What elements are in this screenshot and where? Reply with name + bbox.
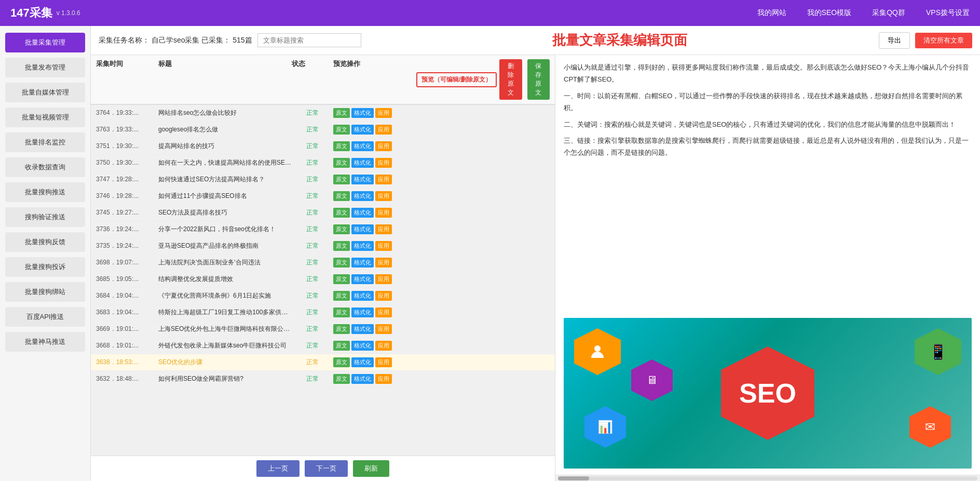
btn-ying-1[interactable]: 应用 (375, 125, 392, 135)
search-input[interactable] (257, 33, 361, 47)
btn-ge-10[interactable]: 格式化 (351, 274, 374, 284)
btn-yuan-3[interactable]: 原文 (333, 158, 350, 168)
cell-ops: 原文 格式化 应用 (333, 158, 416, 168)
cell-ops: 原文 格式化 应用 (333, 291, 416, 301)
btn-ying-6[interactable]: 应用 (375, 208, 392, 218)
btn-ying-15[interactable]: 应用 (375, 357, 392, 367)
cell-time: 3668．19:01:... (96, 341, 158, 350)
btn-yuan-11[interactable]: 原文 (333, 291, 350, 301)
btn-ge-9[interactable]: 格式化 (351, 258, 374, 268)
btn-ge-14[interactable]: 格式化 (351, 341, 374, 351)
cell-status: 正常 (292, 125, 333, 134)
sidebar-item-record-query[interactable]: 收录数据查询 (5, 157, 85, 177)
btn-ying-14[interactable]: 应用 (375, 341, 392, 351)
nav-vps-setting[interactable]: VPS拨号设置 (926, 8, 970, 18)
btn-yuan-1[interactable]: 原文 (333, 125, 350, 135)
cell-title: googleseo排名怎么做 (158, 125, 292, 134)
btn-ge-5[interactable]: 格式化 (351, 191, 374, 201)
btn-ge-7[interactable]: 格式化 (351, 224, 374, 234)
btn-ying-11[interactable]: 应用 (375, 291, 392, 301)
btn-ge-4[interactable]: 格式化 (351, 175, 374, 184)
btn-yuan-5[interactable]: 原文 (333, 191, 350, 201)
col-header-status: 状态 (292, 59, 333, 100)
export-button[interactable]: 导出 (879, 32, 910, 49)
btn-ying-3[interactable]: 应用 (375, 158, 392, 168)
btn-ge-13[interactable]: 格式化 (351, 324, 374, 334)
btn-ying-9[interactable]: 应用 (375, 258, 392, 268)
btn-yuan-6[interactable]: 原文 (333, 208, 350, 218)
btn-yuan-9[interactable]: 原文 (333, 258, 350, 268)
btn-yuan-15[interactable]: 原文 (333, 357, 350, 367)
cell-ops: 原文 格式化 应用 (333, 208, 416, 218)
sidebar-item-baidu-api[interactable]: 百度API推送 (5, 307, 85, 327)
btn-ge-2[interactable]: 格式化 (351, 141, 374, 151)
btn-ge-16[interactable]: 格式化 (351, 374, 374, 384)
btn-ge-15[interactable]: 格式化 (351, 357, 374, 367)
btn-ge-3[interactable]: 格式化 (351, 158, 374, 168)
preview-header-cell[interactable]: 预览（可编辑/删除原文） (416, 72, 497, 87)
cell-ops: 原文 格式化 应用 (333, 224, 416, 234)
btn-yuan-13[interactable]: 原文 (333, 324, 350, 334)
sidebar-item-sogou-push[interactable]: 批量搜狗推送 (5, 182, 85, 202)
btn-yuan-2[interactable]: 原文 (333, 141, 350, 151)
sidebar-item-batch-media[interactable]: 批量自媒体管理 (5, 83, 85, 102)
cell-ops: 原文 格式化 应用 (333, 125, 416, 135)
btn-yuan-0[interactable]: 原文 (333, 108, 350, 118)
table-row: 3764．19:33:... 网站排名seo怎么做会比较好 正常 原文 格式化 … (91, 105, 555, 122)
btn-ying-16[interactable]: 应用 (375, 374, 392, 384)
btn-ying-2[interactable]: 应用 (375, 141, 392, 151)
task-label: 采集任务名称： 自己学seo采集 已采集： 515篇 (99, 36, 252, 45)
sidebar-item-batch-rank[interactable]: 批量排名监控 (5, 132, 85, 152)
cell-ops: 原文 格式化 应用 (333, 357, 416, 367)
btn-yuan-14[interactable]: 原文 (333, 341, 350, 351)
btn-ge-8[interactable]: 格式化 (351, 241, 374, 251)
btn-ying-8[interactable]: 应用 (375, 241, 392, 251)
cell-ops: 原文 格式化 应用 (333, 274, 416, 284)
sidebar-item-batch-collect[interactable]: 批量采集管理 (5, 33, 85, 52)
btn-ying-12[interactable]: 应用 (375, 308, 392, 317)
btn-yuan-7[interactable]: 原文 (333, 224, 350, 234)
sidebar-item-sogou-bind[interactable]: 批量搜狗绑站 (5, 282, 85, 302)
btn-ying-5[interactable]: 应用 (375, 191, 392, 201)
sidebar-item-batch-publish[interactable]: 批量发布管理 (5, 58, 85, 77)
cell-ops: 原文 格式化 应用 (333, 374, 416, 384)
btn-ying-7[interactable]: 应用 (375, 224, 392, 234)
sidebar-item-sogou-feedback[interactable]: 批量搜狗反馈 (5, 232, 85, 252)
btn-ying-10[interactable]: 应用 (375, 274, 392, 284)
save-original-button[interactable]: 保存原文 (527, 59, 550, 100)
sidebar-item-batch-video[interactable]: 批量短视频管理 (5, 108, 85, 127)
btn-ying-0[interactable]: 应用 (375, 108, 392, 118)
btn-yuan-10[interactable]: 原文 (333, 274, 350, 284)
btn-yuan-16[interactable]: 原文 (333, 374, 350, 384)
next-page-button[interactable]: 下一页 (305, 460, 348, 477)
btn-yuan-8[interactable]: 原文 (333, 241, 350, 251)
table-header: 采集时间 标题 状态 预览操作 预览（可编辑/删除原文） 删除原文 保存原文 (91, 55, 555, 105)
btn-ge-0[interactable]: 格式化 (351, 108, 374, 118)
nav-seo-template[interactable]: 我的SEO模版 (807, 8, 852, 18)
btn-ge-6[interactable]: 格式化 (351, 208, 374, 218)
btn-ying-4[interactable]: 应用 (375, 175, 392, 184)
btn-ge-12[interactable]: 格式化 (351, 308, 374, 317)
prev-page-button[interactable]: 上一页 (256, 460, 300, 477)
sidebar-item-sogou-verify[interactable]: 搜狗验证推送 (5, 207, 85, 227)
btn-ying-13[interactable]: 应用 (375, 324, 392, 334)
preview-paragraph: 二、关键词：搜索的核心就是关键词，关键词也是SEO的核心，只有通过关键词的优化，… (564, 118, 972, 130)
btn-yuan-4[interactable]: 原文 (333, 175, 350, 184)
nav-qq-group[interactable]: 采集QQ群 (872, 8, 905, 18)
cell-time: 3751．19:30:... (96, 142, 158, 151)
clear-all-button[interactable]: 清空所有文章 (915, 33, 972, 48)
sidebar-item-shenma-push[interactable]: 批量神马推送 (5, 332, 85, 352)
btn-yuan-12[interactable]: 原文 (333, 308, 350, 317)
table-row: 3638．18:53:... SEO优化的步骤 正常 原文 格式化 应用 (91, 354, 555, 371)
cell-ops: 原文 格式化 应用 (333, 175, 416, 184)
nav-my-website[interactable]: 我的网站 (757, 8, 786, 18)
delete-original-button[interactable]: 删除原文 (499, 59, 522, 100)
btn-ge-11[interactable]: 格式化 (351, 291, 374, 301)
cell-title: 特斯拉上海超级工厂19日复工推动100多家供应商协... (158, 308, 292, 317)
cell-status: 正常 (292, 158, 333, 167)
btn-ge-1[interactable]: 格式化 (351, 125, 374, 135)
sidebar-item-sogou-complaint[interactable]: 批量搜狗投诉 (5, 257, 85, 277)
cell-time: 3669．19:01:... (96, 325, 158, 333)
refresh-button[interactable]: 刷新 (353, 460, 389, 477)
cell-status: 正常 (292, 341, 333, 350)
